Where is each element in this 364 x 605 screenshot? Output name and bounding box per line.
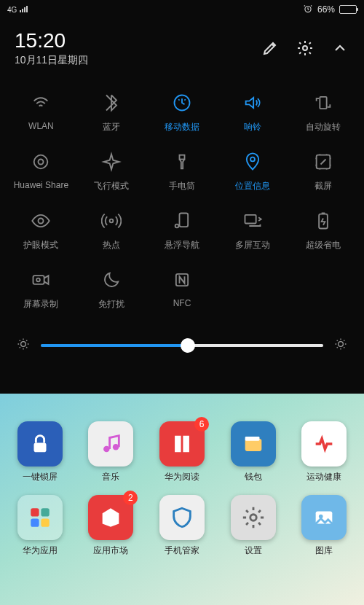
svg-rect-0 bbox=[20, 10, 21, 12]
tile-location[interactable]: 位置信息 bbox=[217, 151, 288, 192]
tile-bluetooth[interactable]: 蓝牙 bbox=[76, 92, 147, 133]
tile-label: 手电筒 bbox=[169, 180, 195, 192]
hotspot-icon bbox=[101, 210, 122, 232]
book-app-icon: 6 bbox=[159, 421, 205, 467]
app-heart[interactable]: 运动健康 bbox=[295, 421, 353, 483]
svg-rect-29 bbox=[41, 508, 49, 516]
app-label: 一键锁屏 bbox=[23, 471, 58, 483]
battery-icon bbox=[313, 210, 333, 232]
app-store[interactable]: 2应用市场 bbox=[82, 495, 140, 557]
status-left: 4G bbox=[7, 5, 28, 14]
quick-settings-grid: WLAN蓝牙移动数据响铃自动旋转Huawei Share飞行模式手电筒位置信息截… bbox=[0, 73, 364, 322]
svg-rect-7 bbox=[320, 97, 326, 109]
tile-label: 飞行模式 bbox=[94, 180, 129, 192]
tile-label: 位置信息 bbox=[235, 180, 270, 192]
time-label: 15:20 bbox=[15, 29, 88, 52]
battery-icon bbox=[339, 5, 357, 14]
tile-floatnav[interactable]: 悬浮导航 bbox=[147, 210, 218, 251]
tile-screenrec[interactable]: 屏幕录制 bbox=[6, 269, 76, 311]
torch-icon bbox=[172, 151, 192, 173]
record-icon bbox=[31, 269, 51, 291]
collapse-button[interactable] bbox=[331, 39, 349, 58]
tile-sound[interactable]: 响铃 bbox=[217, 92, 288, 133]
svg-point-13 bbox=[110, 219, 114, 223]
tile-flashlight[interactable]: 手电筒 bbox=[147, 151, 218, 192]
svg-rect-14 bbox=[179, 214, 188, 227]
svg-rect-28 bbox=[31, 508, 39, 516]
eye-icon bbox=[31, 210, 51, 232]
screenshot-icon bbox=[313, 151, 333, 173]
lock-app-icon bbox=[17, 421, 63, 467]
tile-label: NFC bbox=[173, 298, 191, 308]
brightness-slider[interactable] bbox=[41, 344, 323, 347]
edit-button[interactable] bbox=[261, 39, 280, 58]
app-gallery[interactable]: 图库 bbox=[295, 495, 353, 557]
float-icon bbox=[172, 210, 192, 232]
share-icon bbox=[31, 151, 51, 173]
tile-screenshot[interactable]: 截屏 bbox=[288, 151, 358, 192]
tile-dnd[interactable]: 免打扰 bbox=[76, 269, 147, 311]
tile-nfc[interactable]: NFC bbox=[147, 269, 218, 311]
svg-rect-1 bbox=[22, 9, 23, 12]
app-label: 华为阅读 bbox=[165, 471, 199, 483]
battery-pct: 66% bbox=[317, 4, 335, 15]
app-wallet[interactable]: 钱包 bbox=[224, 421, 282, 483]
tile-label: 免打扰 bbox=[98, 298, 124, 311]
app-book[interactable]: 6华为阅读 bbox=[153, 421, 211, 483]
tile-wlan[interactable]: WLAN bbox=[6, 92, 76, 133]
heart-app-icon bbox=[301, 421, 347, 467]
app-music[interactable]: 音乐 bbox=[82, 421, 140, 483]
app-label: 应用市场 bbox=[93, 544, 128, 557]
wifi-icon bbox=[31, 92, 51, 114]
data-icon bbox=[172, 92, 192, 114]
svg-point-22 bbox=[339, 342, 344, 347]
tile-label: 护眼模式 bbox=[23, 239, 58, 251]
app-folder[interactable]: 华为应用 bbox=[11, 495, 69, 557]
tile-label: 屏幕录制 bbox=[23, 298, 58, 311]
tile-mobile-data[interactable]: 移动数据 bbox=[147, 92, 218, 133]
tile-label: Huawei Share bbox=[14, 180, 68, 190]
signal-bars-icon bbox=[20, 5, 28, 14]
svg-rect-18 bbox=[33, 276, 44, 284]
tile-label: 多屏互动 bbox=[235, 239, 270, 251]
home-screen: 一键锁屏音乐6华为阅读钱包运动健康 华为应用2应用市场手机管家设置图库 bbox=[0, 394, 364, 605]
app-label: 华为应用 bbox=[23, 544, 58, 557]
svg-point-12 bbox=[39, 219, 44, 224]
svg-rect-31 bbox=[41, 518, 49, 526]
alarm-icon bbox=[303, 4, 313, 16]
bluetooth-icon bbox=[101, 92, 122, 114]
svg-point-15 bbox=[175, 225, 179, 228]
tile-eyecare[interactable]: 护眼模式 bbox=[6, 210, 76, 251]
tile-autorotate[interactable]: 自动旋转 bbox=[288, 92, 358, 133]
tile-powersave[interactable]: 超级省电 bbox=[288, 210, 358, 251]
rotate-icon bbox=[313, 92, 333, 114]
plane-icon bbox=[101, 151, 122, 173]
settings-button[interactable] bbox=[296, 39, 314, 58]
home-row-1: 一键锁屏音乐6华为阅读钱包运动健康 bbox=[0, 415, 364, 489]
svg-point-8 bbox=[39, 160, 44, 165]
app-gear[interactable]: 设置 bbox=[224, 495, 282, 557]
svg-rect-2 bbox=[24, 7, 25, 12]
panel-header: 15:20 10月11日星期四 bbox=[0, 19, 364, 73]
app-lock[interactable]: 一键锁屏 bbox=[11, 421, 69, 483]
brightness-row bbox=[0, 322, 364, 370]
tile-multiscreen[interactable]: 多屏互动 bbox=[217, 210, 288, 251]
nfc-icon bbox=[172, 269, 192, 291]
gallery-app-icon bbox=[301, 495, 347, 540]
tile-label: 蓝牙 bbox=[103, 121, 120, 133]
tile-airplane[interactable]: 飞行模式 bbox=[76, 151, 147, 192]
status-bar: 4G 66% bbox=[0, 0, 364, 19]
date-label: 10月11日星期四 bbox=[15, 54, 88, 67]
tile-label: 响铃 bbox=[244, 121, 261, 133]
app-label: 音乐 bbox=[102, 471, 119, 483]
tile-label: 自动旋转 bbox=[306, 121, 341, 133]
tile-label: 超级省电 bbox=[306, 239, 341, 251]
app-shield[interactable]: 手机管家 bbox=[153, 495, 211, 557]
status-right: 66% bbox=[303, 4, 357, 16]
tile-hotspot[interactable]: 热点 bbox=[76, 210, 147, 251]
tile-huawei-share[interactable]: Huawei Share bbox=[6, 151, 76, 192]
tile-label: 移动数据 bbox=[165, 121, 199, 133]
svg-point-32 bbox=[250, 515, 256, 521]
shield-app-icon bbox=[159, 495, 205, 540]
badge: 6 bbox=[194, 417, 209, 432]
